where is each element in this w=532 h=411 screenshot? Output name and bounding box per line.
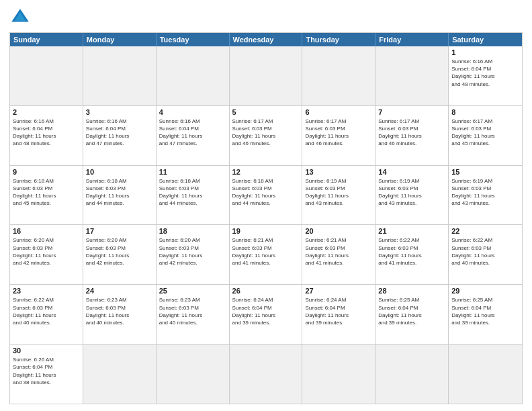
calendar-cell	[10, 46, 83, 105]
day-info: Sunrise: 6:25 AM Sunset: 6:04 PM Dayligh…	[378, 296, 445, 326]
calendar-cell	[83, 46, 157, 105]
calendar-cell: 25Sunrise: 6:23 AM Sunset: 6:03 PM Dayli…	[157, 285, 230, 344]
calendar-row-4: 23Sunrise: 6:22 AM Sunset: 6:03 PM Dayli…	[10, 284, 522, 344]
calendar-cell: 14Sunrise: 6:19 AM Sunset: 6:03 PM Dayli…	[375, 166, 449, 225]
calendar-cell: 15Sunrise: 6:19 AM Sunset: 6:03 PM Dayli…	[449, 166, 522, 225]
calendar-cell: 4Sunrise: 6:16 AM Sunset: 6:04 PM Daylig…	[157, 106, 230, 165]
day-info: Sunrise: 6:17 AM Sunset: 6:03 PM Dayligh…	[451, 118, 519, 148]
logo-icon	[9, 7, 31, 28]
calendar-cell: 22Sunrise: 6:22 AM Sunset: 6:03 PM Dayli…	[449, 225, 522, 284]
day-info: Sunrise: 6:25 AM Sunset: 6:04 PM Dayligh…	[451, 296, 519, 326]
day-info: Sunrise: 6:16 AM Sunset: 6:04 PM Dayligh…	[13, 118, 80, 148]
day-info: Sunrise: 6:20 AM Sunset: 6:03 PM Dayligh…	[13, 236, 80, 267]
header-day-friday: Friday	[375, 33, 449, 46]
calendar-cell	[375, 345, 449, 404]
day-info: Sunrise: 6:23 AM Sunset: 6:03 PM Dayligh…	[159, 296, 226, 326]
day-number: 21	[378, 227, 445, 235]
day-info: Sunrise: 6:23 AM Sunset: 6:03 PM Dayligh…	[86, 296, 153, 326]
day-info: Sunrise: 6:18 AM Sunset: 6:03 PM Dayligh…	[13, 177, 80, 208]
calendar-cell: 27Sunrise: 6:24 AM Sunset: 6:04 PM Dayli…	[302, 285, 375, 344]
day-number: 24	[86, 287, 153, 295]
calendar-row-0: 1Sunrise: 6:16 AM Sunset: 6:04 PM Daylig…	[10, 46, 522, 105]
calendar-header: SundayMondayTuesdayWednesdayThursdayFrid…	[10, 33, 522, 46]
day-number: 3	[86, 108, 153, 116]
day-number: 15	[451, 168, 519, 176]
calendar-cell: 13Sunrise: 6:19 AM Sunset: 6:03 PM Dayli…	[302, 166, 375, 225]
day-info: Sunrise: 6:16 AM Sunset: 6:04 PM Dayligh…	[159, 118, 226, 148]
calendar-cell	[230, 345, 303, 404]
calendar-cell	[375, 46, 449, 105]
calendar-cell	[83, 345, 157, 404]
calendar-cell: 29Sunrise: 6:25 AM Sunset: 6:04 PM Dayli…	[449, 285, 522, 344]
day-number: 23	[13, 287, 80, 295]
day-number: 8	[451, 108, 519, 116]
calendar-cell: 10Sunrise: 6:18 AM Sunset: 6:03 PM Dayli…	[83, 166, 157, 225]
calendar-cell: 26Sunrise: 6:24 AM Sunset: 6:04 PM Dayli…	[230, 285, 303, 344]
calendar-cell: 17Sunrise: 6:20 AM Sunset: 6:03 PM Dayli…	[83, 225, 157, 284]
day-number: 2	[13, 108, 80, 116]
day-number: 4	[159, 108, 226, 116]
calendar-cell: 1Sunrise: 6:16 AM Sunset: 6:04 PM Daylig…	[449, 46, 522, 105]
day-number: 6	[305, 108, 372, 116]
calendar-cell: 16Sunrise: 6:20 AM Sunset: 6:03 PM Dayli…	[10, 225, 83, 284]
day-number: 5	[232, 108, 300, 116]
calendar-cell: 19Sunrise: 6:21 AM Sunset: 6:03 PM Dayli…	[230, 225, 303, 284]
day-info: Sunrise: 6:16 AM Sunset: 6:04 PM Dayligh…	[451, 58, 519, 88]
day-info: Sunrise: 6:18 AM Sunset: 6:03 PM Dayligh…	[232, 177, 300, 208]
day-number: 14	[378, 168, 445, 176]
calendar-cell: 12Sunrise: 6:18 AM Sunset: 6:03 PM Dayli…	[230, 166, 303, 225]
calendar-cell	[302, 46, 375, 105]
day-info: Sunrise: 6:19 AM Sunset: 6:03 PM Dayligh…	[451, 177, 519, 208]
day-info: Sunrise: 6:24 AM Sunset: 6:04 PM Dayligh…	[232, 296, 300, 326]
day-number: 10	[86, 168, 153, 176]
day-number: 29	[451, 287, 519, 295]
day-number: 22	[451, 227, 519, 235]
calendar-cell: 8Sunrise: 6:17 AM Sunset: 6:03 PM Daylig…	[449, 106, 522, 165]
calendar-cell: 28Sunrise: 6:25 AM Sunset: 6:04 PM Dayli…	[375, 285, 449, 344]
logo	[9, 7, 34, 28]
day-number: 27	[305, 287, 372, 295]
day-number: 26	[232, 287, 300, 295]
header-day-monday: Monday	[83, 33, 157, 46]
calendar-cell	[157, 46, 230, 105]
day-number: 30	[13, 347, 80, 355]
header-day-tuesday: Tuesday	[157, 33, 230, 46]
day-info: Sunrise: 6:17 AM Sunset: 6:03 PM Dayligh…	[232, 118, 300, 148]
calendar-cell	[449, 345, 522, 404]
day-number: 1	[451, 48, 519, 56]
day-info: Sunrise: 6:17 AM Sunset: 6:03 PM Dayligh…	[305, 118, 372, 148]
calendar-cell: 3Sunrise: 6:16 AM Sunset: 6:04 PM Daylig…	[83, 106, 157, 165]
calendar-row-3: 16Sunrise: 6:20 AM Sunset: 6:03 PM Dayli…	[10, 224, 522, 284]
header-day-sunday: Sunday	[10, 33, 83, 46]
day-number: 19	[232, 227, 300, 235]
day-info: Sunrise: 6:17 AM Sunset: 6:03 PM Dayligh…	[378, 118, 445, 148]
day-number: 11	[159, 168, 226, 176]
day-info: Sunrise: 6:24 AM Sunset: 6:04 PM Dayligh…	[305, 296, 372, 326]
calendar-cell	[157, 345, 230, 404]
calendar-row-5: 30Sunrise: 6:26 AM Sunset: 6:04 PM Dayli…	[10, 344, 522, 404]
day-number: 9	[13, 168, 80, 176]
day-info: Sunrise: 6:19 AM Sunset: 6:03 PM Dayligh…	[305, 177, 372, 208]
day-number: 25	[159, 287, 226, 295]
day-info: Sunrise: 6:22 AM Sunset: 6:03 PM Dayligh…	[378, 236, 445, 267]
day-info: Sunrise: 6:18 AM Sunset: 6:03 PM Dayligh…	[159, 177, 226, 208]
calendar-cell: 7Sunrise: 6:17 AM Sunset: 6:03 PM Daylig…	[375, 106, 449, 165]
calendar-cell: 2Sunrise: 6:16 AM Sunset: 6:04 PM Daylig…	[10, 106, 83, 165]
day-number: 12	[232, 168, 300, 176]
day-number: 20	[305, 227, 372, 235]
calendar: SundayMondayTuesdayWednesdayThursdayFrid…	[9, 32, 523, 404]
page: SundayMondayTuesdayWednesdayThursdayFrid…	[0, 0, 532, 411]
calendar-cell: 24Sunrise: 6:23 AM Sunset: 6:03 PM Dayli…	[83, 285, 157, 344]
header-day-thursday: Thursday	[302, 33, 375, 46]
calendar-cell: 20Sunrise: 6:21 AM Sunset: 6:03 PM Dayli…	[302, 225, 375, 284]
calendar-cell: 21Sunrise: 6:22 AM Sunset: 6:03 PM Dayli…	[375, 225, 449, 284]
day-number: 16	[13, 227, 80, 235]
calendar-cell	[302, 345, 375, 404]
day-number: 17	[86, 227, 153, 235]
day-info: Sunrise: 6:16 AM Sunset: 6:04 PM Dayligh…	[86, 118, 153, 148]
day-number: 7	[378, 108, 445, 116]
calendar-cell: 23Sunrise: 6:22 AM Sunset: 6:03 PM Dayli…	[10, 285, 83, 344]
calendar-row-2: 9Sunrise: 6:18 AM Sunset: 6:03 PM Daylig…	[10, 165, 522, 225]
day-info: Sunrise: 6:20 AM Sunset: 6:03 PM Dayligh…	[159, 236, 226, 267]
calendar-cell: 5Sunrise: 6:17 AM Sunset: 6:03 PM Daylig…	[230, 106, 303, 165]
